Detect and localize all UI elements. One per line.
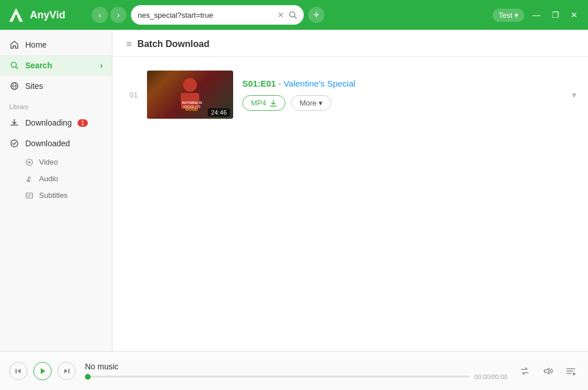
item-actions: MP4 More ▾: [242, 95, 563, 111]
playlist-button[interactable]: [563, 363, 579, 379]
item-title: S01:E01 - Valentine's Special: [242, 79, 563, 88]
player-bar: No music 00:00/00:00: [0, 351, 588, 390]
item-collapse-icon[interactable]: ▾: [572, 89, 577, 100]
user-menu-button[interactable]: Test ▾: [493, 9, 524, 22]
playlist-icon: [565, 365, 577, 377]
downloaded-icon: [9, 138, 20, 149]
svg-rect-23: [16, 369, 17, 373]
svg-marker-31: [573, 372, 576, 376]
progress-bar[interactable]: [85, 376, 470, 377]
sidebar-item-subtitles-label: Subtitles: [39, 191, 68, 200]
download-icon: [9, 118, 20, 128]
subtitles-icon: [25, 192, 33, 200]
player-title: No music: [85, 362, 508, 371]
search-icon: [9, 60, 20, 71]
sidebar-item-subtitles[interactable]: Subtitles: [0, 187, 112, 204]
video-thumbnail: NOTHING IS WRONG IT'S GOOD 24:46: [147, 71, 233, 119]
app-name: AnyVid: [30, 9, 65, 21]
maximize-button[interactable]: ❐: [548, 8, 563, 22]
add-tab-button[interactable]: +: [308, 7, 324, 23]
sidebar-item-home-label: Home: [25, 40, 47, 49]
home-icon: [9, 40, 20, 50]
address-search-icon[interactable]: [289, 11, 297, 19]
svg-line-5: [16, 67, 18, 69]
svg-line-3: [295, 17, 297, 19]
player-right-controls: [517, 363, 579, 379]
back-button[interactable]: ‹: [92, 7, 108, 23]
next-button[interactable]: [57, 362, 76, 380]
minimize-button[interactable]: —: [529, 8, 544, 22]
sidebar-item-video-label: Video: [39, 158, 58, 166]
sidebar-item-audio[interactable]: Audio: [0, 170, 112, 187]
sidebar-item-downloaded-label: Downloaded: [25, 139, 70, 148]
progress-dot: [85, 374, 91, 380]
svg-text:GOOD: GOOD: [185, 107, 198, 111]
more-button[interactable]: More ▾: [291, 95, 332, 111]
batch-download-icon: ≡: [126, 39, 131, 49]
sidebar-item-sites[interactable]: Sites: [0, 76, 112, 96]
sidebar-item-downloaded[interactable]: Downloaded: [0, 133, 112, 154]
nav-buttons: ‹ ›: [92, 7, 126, 23]
svg-marker-25: [64, 369, 68, 373]
sites-icon: [9, 81, 20, 91]
sidebar-item-video[interactable]: Video: [0, 154, 112, 170]
video-item: 01 NOTHING IS WRONG IT'S GOOD: [124, 66, 577, 123]
svg-rect-26: [68, 369, 69, 373]
library-section-label: Library: [0, 96, 112, 112]
sidebar-item-sites-label: Sites: [25, 81, 43, 91]
forward-button[interactable]: ›: [110, 7, 126, 23]
sidebar-item-downloading[interactable]: Downloading 1: [0, 112, 112, 133]
address-text: nes_special?start=true: [138, 11, 273, 20]
svg-point-16: [183, 78, 197, 92]
player-time: 00:00/00:00: [474, 373, 508, 380]
chevron-right-icon: ›: [100, 61, 103, 70]
video-icon: [25, 158, 33, 166]
chevron-down-icon: ▾: [319, 99, 323, 107]
chevron-down-icon: ▾: [514, 11, 519, 20]
downloading-badge: 1: [78, 119, 88, 127]
mp4-download-button[interactable]: MP4: [242, 95, 285, 111]
sidebar-item-home[interactable]: Home: [0, 34, 112, 55]
svg-text:NOTHING IS: NOTHING IS: [182, 101, 202, 104]
volume-button[interactable]: [540, 363, 556, 379]
video-duration: 24:46: [208, 108, 230, 116]
svg-marker-24: [41, 368, 45, 374]
svg-marker-11: [29, 161, 32, 163]
previous-icon: [15, 368, 22, 375]
svg-rect-13: [26, 193, 33, 198]
address-close-icon[interactable]: ✕: [277, 10, 284, 20]
person-silhouette: NOTHING IS WRONG IT'S GOOD: [167, 75, 213, 115]
svg-marker-27: [544, 368, 549, 374]
next-icon: [63, 368, 70, 375]
app-logo: AnyVid: [7, 6, 87, 24]
content-area: ≡ Batch Download 01 NOTHING IS: [113, 30, 588, 351]
main-layout: Home Search › Sites Library: [0, 30, 588, 351]
player-controls: [9, 362, 76, 380]
player-progress: 00:00/00:00: [85, 373, 508, 380]
content-header: ≡ Batch Download: [113, 30, 588, 57]
sidebar-item-search[interactable]: Search ›: [0, 55, 112, 76]
svg-marker-22: [17, 369, 21, 373]
repeat-icon: [519, 365, 531, 377]
logo-icon: [7, 6, 25, 24]
close-button[interactable]: ✕: [567, 8, 581, 22]
titlebar: AnyVid ‹ › nes_special?start=true ✕ + Te…: [0, 0, 588, 30]
content-body: 01 NOTHING IS WRONG IT'S GOOD: [113, 57, 588, 351]
address-bar[interactable]: nes_special?start=true ✕: [131, 5, 304, 25]
play-icon: [38, 367, 47, 375]
sidebar: Home Search › Sites Library: [0, 30, 113, 351]
audio-icon: [25, 175, 33, 183]
item-episode: S01:E01: [242, 79, 276, 88]
sidebar-item-audio-label: Audio: [39, 174, 58, 183]
repeat-button[interactable]: [517, 363, 533, 379]
item-title-main: - Valentine's Special: [276, 79, 355, 88]
item-info: S01:E01 - Valentine's Special MP4 More: [242, 79, 563, 111]
sidebar-item-downloading-label: Downloading: [25, 118, 72, 127]
player-info: No music 00:00/00:00: [85, 362, 508, 380]
volume-icon: [542, 365, 554, 377]
download-small-icon: [270, 100, 277, 107]
play-button[interactable]: [33, 362, 52, 380]
item-number: 01: [124, 91, 138, 99]
sidebar-item-search-label: Search: [25, 61, 52, 70]
previous-button[interactable]: [9, 362, 28, 380]
